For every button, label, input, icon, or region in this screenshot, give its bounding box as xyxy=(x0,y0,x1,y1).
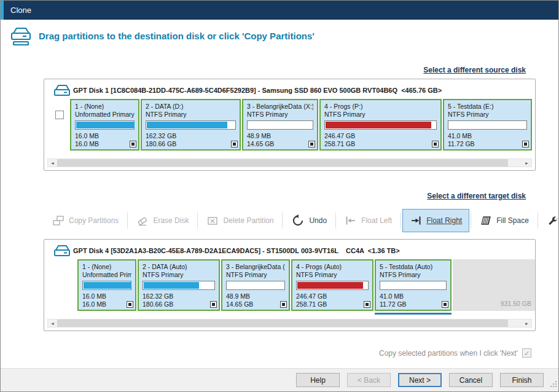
delete-partition-icon xyxy=(206,214,219,227)
clone-wizard-window: Clone Drag partitions to the destination… xyxy=(0,0,559,392)
partition-corner-icon[interactable] xyxy=(231,141,238,147)
partition-name: 2 - DATA (Auto) xyxy=(143,263,215,271)
partition-usage-bar xyxy=(448,120,527,130)
wizard-header: Drag partitions to the destination disk … xyxy=(8,25,315,46)
partition-total-size: 11.72 GB xyxy=(448,140,527,148)
partition-usage-bar xyxy=(75,120,135,130)
partition-type: NTFS Primary xyxy=(380,271,447,279)
target-partition-3[interactable]: 3 - BelangrijkeData (Auto) NTFS Primary … xyxy=(221,259,290,311)
partition-name: 1 - (None) xyxy=(82,263,131,271)
partition-corner-icon[interactable] xyxy=(364,301,370,308)
partition-corner-icon[interactable] xyxy=(522,141,529,147)
partition-total-size: 16.0 MB xyxy=(82,300,131,308)
partition-type: NTFS Primary xyxy=(146,111,236,119)
partition-usage-fill xyxy=(147,122,227,128)
source-partition-2[interactable]: 2 - DATA (D:) NTFS Primary 162.32 GB 180… xyxy=(141,99,241,151)
layout-button[interactable]: Layout xyxy=(539,209,559,232)
scroll-right-arrow-icon[interactable]: ► xyxy=(522,319,531,327)
float-left-icon xyxy=(345,214,357,227)
toolbar-separator xyxy=(127,213,128,229)
partition-corner-icon[interactable] xyxy=(210,301,217,308)
target-partition-4[interactable]: 4 - Progs (Auto) NTFS Primary 246.47 GB … xyxy=(291,259,373,311)
partition-type: Unformatted Primary xyxy=(75,111,135,119)
copy-partitions-button[interactable]: Copy Partitions xyxy=(45,209,126,232)
partition-name: 4 - Progs (Auto) xyxy=(296,263,369,271)
float-left-button[interactable]: Float Left xyxy=(337,209,399,232)
select-source-disk-link[interactable]: Select a different source disk xyxy=(423,66,526,74)
delete-partition-button[interactable]: Delete Partition xyxy=(199,209,281,232)
select-target-disk-link[interactable]: Select a different target disk xyxy=(427,192,526,200)
titlebar[interactable]: Clone xyxy=(1,1,558,20)
target-partition-2[interactable]: 2 - DATA (Auto) NTFS Primary 162.32 GB 1… xyxy=(138,259,220,311)
scroll-left-arrow-icon[interactable]: ◄ xyxy=(48,319,57,327)
source-disk-checkbox[interactable] xyxy=(55,111,64,119)
target-partition-1[interactable]: 1 - (None) Unformatted Primary 16.0 MB 1… xyxy=(77,259,136,311)
partition-usage-fill xyxy=(297,282,363,289)
partition-total-size: 180.66 GB xyxy=(143,300,215,308)
partition-name: 1 - (None) xyxy=(75,103,135,111)
target-horizontal-scrollbar[interactable]: ◄ ► xyxy=(47,319,532,327)
scrollbar-track[interactable] xyxy=(57,159,522,167)
partition-total-size: 14.65 GB xyxy=(247,140,313,148)
partition-corner-icon[interactable] xyxy=(442,301,448,308)
window-title: Clone xyxy=(10,6,31,15)
erase-disk-button[interactable]: Erase Disk xyxy=(129,209,196,232)
scroll-left-arrow-icon[interactable]: ◄ xyxy=(48,159,57,167)
partition-corner-icon[interactable] xyxy=(127,301,133,308)
copy-option-checkbox[interactable]: ✓ xyxy=(522,348,531,358)
partition-toolbar: Copy Partitions Erase Disk xyxy=(45,208,559,233)
target-disk-panel: GPT Disk 4 [53D2A1A3-B20C-45E8-A789-D2A1… xyxy=(44,239,536,331)
float-right-button[interactable]: Float Right xyxy=(402,209,469,232)
back-button[interactable]: < Back xyxy=(347,373,391,387)
partition-total-size: 16.0 MB xyxy=(75,140,135,148)
source-horizontal-scrollbar[interactable]: ◄ ► xyxy=(47,159,532,167)
help-button[interactable]: Help xyxy=(296,373,340,387)
toolbar-separator xyxy=(401,213,401,229)
partition-type: NTFS Primary xyxy=(226,271,285,279)
partition-corner-icon[interactable] xyxy=(130,141,136,147)
scrollbar-thumb[interactable] xyxy=(57,319,508,327)
partition-used-size: 16.0 MB xyxy=(75,132,135,140)
partition-corner-icon[interactable] xyxy=(432,141,439,147)
toolbar-separator xyxy=(471,213,471,229)
partition-total-size: 258.71 GB xyxy=(296,300,369,308)
partition-usage-fill xyxy=(84,282,131,289)
partition-usage-bar xyxy=(226,281,285,290)
target-partitions-row: 1 - (None) Unformatted Primary 16.0 MB 1… xyxy=(77,259,535,311)
partition-corner-icon[interactable] xyxy=(308,141,315,147)
scrollbar-track[interactable] xyxy=(57,319,522,327)
partition-type: NTFS Primary xyxy=(296,271,369,279)
instruction-text: Drag partitions to the destination disk … xyxy=(39,31,315,41)
partition-used-size: 246.47 GB xyxy=(296,292,369,300)
scroll-right-arrow-icon[interactable]: ► xyxy=(522,159,531,167)
resize-grip[interactable] xyxy=(549,379,557,390)
float-right-icon xyxy=(410,214,422,227)
copy-partitions-icon xyxy=(52,214,64,227)
source-partition-1[interactable]: 1 - (None) Unformatted Primary 16.0 MB 1… xyxy=(70,99,139,151)
partition-usage-bar xyxy=(146,120,236,130)
source-partition-3[interactable]: 3 - BelangrijkeData (X:) NTFS Primary 48… xyxy=(242,99,318,151)
partition-corner-icon[interactable] xyxy=(280,301,287,308)
toolbar-button-label: Fill Space xyxy=(496,216,529,225)
toolbar-button-label: Undo xyxy=(309,216,327,225)
target-partition-5[interactable]: 5 - Testdata (Auto) NTFS Primary 41.0 MB… xyxy=(375,259,452,311)
partition-usage-fill xyxy=(76,122,135,128)
toolbar-button-label: Erase Disk xyxy=(153,216,189,225)
partition-used-size: 246.47 GB xyxy=(324,132,437,140)
source-partition-5[interactable]: 5 - Testdata (E:) NTFS Primary 41.0 MB 1… xyxy=(443,99,532,151)
button-bar: Help < Back Next > Cancel Finish xyxy=(296,373,544,387)
cancel-button[interactable]: Cancel xyxy=(449,373,493,387)
target-disk-icon xyxy=(52,243,72,261)
toolbar-separator xyxy=(335,213,336,229)
source-partition-4[interactable]: 4 - Progs (P:) NTFS Primary 246.47 GB 25… xyxy=(319,99,442,151)
partition-used-size: 41.0 MB xyxy=(448,132,527,140)
scrollbar-thumb[interactable] xyxy=(57,159,508,167)
unallocated-space-block[interactable]: 931.50 GB xyxy=(453,259,535,311)
finish-button[interactable]: Finish xyxy=(500,373,544,387)
undo-button[interactable]: Undo xyxy=(284,209,334,232)
partition-total-size: 180.66 GB xyxy=(146,140,236,148)
source-disk-title: GPT Disk 1 [1C8C084B-21DD-475C-A689-5C4D… xyxy=(73,87,442,94)
partition-usage-bar xyxy=(296,281,369,290)
fill-space-button[interactable]: Fill Space xyxy=(472,209,536,232)
next-button[interactable]: Next > xyxy=(398,373,442,387)
